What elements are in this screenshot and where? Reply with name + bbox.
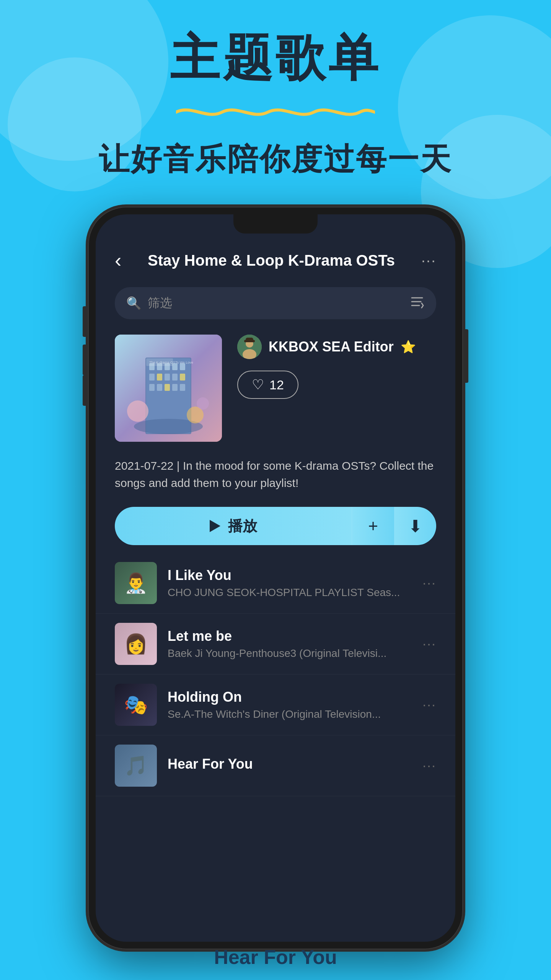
download-icon: ⬇ xyxy=(408,516,422,536)
song-title: I Like You xyxy=(168,567,412,583)
back-button[interactable]: ‹ xyxy=(115,249,121,272)
search-bar[interactable]: 🔍 筛选 xyxy=(115,287,436,319)
song-thumbnail: 🎵 xyxy=(115,745,157,787)
song-item[interactable]: 🎵 Hear For You ··· xyxy=(96,735,455,796)
song-subtitle: Baek Ji Young-Penthouse3 (Original Telev… xyxy=(168,647,412,660)
svg-rect-17 xyxy=(157,384,162,391)
svg-rect-19 xyxy=(172,384,178,391)
svg-rect-18 xyxy=(165,384,170,391)
app-header: ‹ Stay Home & Loop K-Drama OSTs ··· xyxy=(96,237,455,279)
svg-rect-13 xyxy=(165,374,170,381)
svg-point-24 xyxy=(197,397,209,410)
song-item[interactable]: 👨‍⚕️ I Like You CHO JUNG SEOK-HOSPITAL P… xyxy=(96,553,455,614)
editor-name: KKBOX SEA Editor xyxy=(269,339,394,355)
song-item[interactable]: 👩 Let me be Baek Ji Young-Penthouse3 (Or… xyxy=(96,614,455,675)
song-more-button[interactable]: ··· xyxy=(422,575,436,591)
song-details: Holding On Se.A-The Witch's Diner (Origi… xyxy=(168,689,412,720)
svg-rect-15 xyxy=(180,374,185,381)
play-label: 播放 xyxy=(228,516,257,536)
playlist-meta: KKBOX SEA Editor ⭐ ♡ 12 xyxy=(237,335,436,399)
search-input[interactable]: 筛选 xyxy=(148,295,403,312)
like-button[interactable]: ♡ 12 xyxy=(237,371,298,399)
thumb-image: 👩 xyxy=(115,623,157,665)
svg-rect-14 xyxy=(172,374,178,381)
song-title: Hear For You xyxy=(168,756,412,772)
main-title: 主题歌单 xyxy=(0,31,551,85)
svg-rect-20 xyxy=(180,384,185,391)
song-more-button[interactable]: ··· xyxy=(422,758,436,774)
phone-screen: ‹ Stay Home & Loop K-Drama OSTs ··· 🔍 筛选 xyxy=(96,214,455,942)
svg-point-22 xyxy=(127,400,148,422)
phone-frame: ‹ Stay Home & Loop K-Drama OSTs ··· 🔍 筛选 xyxy=(88,207,463,949)
description-separator: | xyxy=(177,459,183,472)
wave-decoration xyxy=(176,101,375,124)
playlist-description: 2021-07-22 | In the mood for some K-dram… xyxy=(96,449,455,499)
editor-avatar xyxy=(237,335,262,359)
star-icon: ⭐ xyxy=(401,340,416,354)
playlist-info: The K-drama OSTs We Love xyxy=(96,327,455,449)
song-details: I Like You CHO JUNG SEOK-HOSPITAL PLAYLI… xyxy=(168,567,412,599)
svg-rect-12 xyxy=(157,374,162,381)
thumb-image: 🎭 xyxy=(115,684,157,726)
song-title: Holding On xyxy=(168,689,412,705)
svg-rect-16 xyxy=(149,384,155,391)
playlist-cover: The K-drama OSTs We Love xyxy=(115,335,222,442)
svg-rect-11 xyxy=(149,374,155,381)
thumb-image: 🎵 xyxy=(115,745,157,787)
thumb-image: 👨‍⚕️ xyxy=(115,562,157,604)
phone-wrapper: ‹ Stay Home & Loop K-Drama OSTs ··· 🔍 筛选 xyxy=(88,207,463,949)
song-details: Hear For You xyxy=(168,756,412,775)
editor-row: KKBOX SEA Editor ⭐ xyxy=(237,335,436,359)
playlist-date: 2021-07-22 xyxy=(115,459,173,472)
sort-icon[interactable] xyxy=(409,294,425,312)
song-thumbnail: 👩 xyxy=(115,623,157,665)
likes-count: 12 xyxy=(269,377,284,392)
song-item[interactable]: 🎭 Holding On Se.A-The Witch's Diner (Ori… xyxy=(96,675,455,735)
song-subtitle: Se.A-The Witch's Diner (Original Televis… xyxy=(168,708,412,720)
header-section: 主题歌单 让好音乐陪你度过每一天 xyxy=(0,31,551,180)
song-thumbnail: 👨‍⚕️ xyxy=(115,562,157,604)
song-more-button[interactable]: ··· xyxy=(422,697,436,713)
action-buttons: 播放 + ⬇ xyxy=(115,507,436,545)
svg-rect-31 xyxy=(246,338,253,341)
song-list: 👨‍⚕️ I Like You CHO JUNG SEOK-HOSPITAL P… xyxy=(96,553,455,942)
svg-text:The K-drama OSTs We Love: The K-drama OSTs We Love xyxy=(149,361,193,364)
app-name-footer: Hear For You xyxy=(214,946,337,969)
subtitle: 让好音乐陪你度过每一天 xyxy=(0,139,551,180)
app-content: ‹ Stay Home & Loop K-Drama OSTs ··· 🔍 筛选 xyxy=(96,214,455,942)
heart-icon: ♡ xyxy=(252,377,264,393)
play-icon xyxy=(210,520,220,532)
download-button[interactable]: ⬇ xyxy=(394,507,436,545)
more-button[interactable]: ··· xyxy=(421,252,436,269)
add-button[interactable]: + xyxy=(352,507,394,545)
search-icon: 🔍 xyxy=(126,296,142,310)
playlist-title: Stay Home & Loop K-Drama OSTs xyxy=(121,252,421,269)
song-details: Let me be Baek Ji Young-Penthouse3 (Orig… xyxy=(168,628,412,660)
song-subtitle: CHO JUNG SEOK-HOSPITAL PLAYLIST Seas... xyxy=(168,586,412,599)
song-thumbnail: 🎭 xyxy=(115,684,157,726)
add-icon: + xyxy=(368,516,378,536)
song-more-button[interactable]: ··· xyxy=(422,636,436,652)
notch xyxy=(233,214,318,234)
play-button[interactable]: 播放 xyxy=(115,507,352,545)
song-title: Let me be xyxy=(168,628,412,644)
